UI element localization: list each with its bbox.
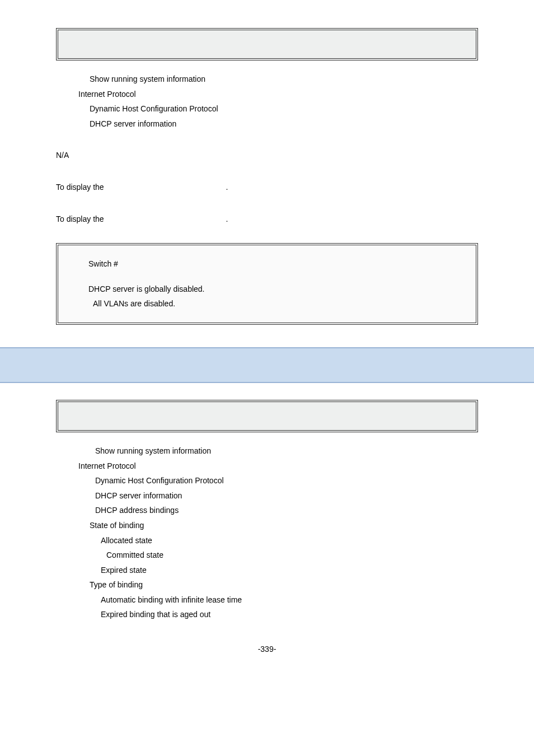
tree2-expired-type: Expired binding that is aged out (56, 607, 478, 622)
command-tree-2: Show running system information Internet… (56, 444, 478, 622)
output-prompt: Switch # (72, 256, 462, 272)
tree1-server: DHCP server information (56, 116, 478, 132)
page-footer: -339- (56, 645, 478, 654)
tree2-show: Show running system information (56, 444, 478, 459)
syntax-box-2 (56, 400, 478, 432)
tree2-server: DHCP server information (56, 488, 478, 503)
tree1-ip: Internet Protocol (56, 87, 478, 102)
tree1-dhcp: Dynamic Host Configuration Protocol (56, 101, 478, 116)
example-line: To display the . (56, 212, 478, 227)
tree2-committed: Committed state (56, 548, 478, 563)
syntax-box-1 (56, 28, 478, 60)
tree2-allocated: Allocated state (56, 533, 478, 548)
output-line1: DHCP server is globally disabled. (72, 282, 462, 297)
example-period: . (226, 214, 228, 223)
page-container: Show running system information Internet… (0, 0, 534, 676)
na-line: N/A (56, 148, 478, 163)
example-prefix: To display the (56, 214, 104, 223)
tree2-state: State of binding (56, 518, 478, 533)
na-text: N/A (56, 151, 69, 160)
output-box-1: Switch # DHCP server is globally disable… (56, 243, 478, 325)
tree2-type: Type of binding (56, 577, 478, 592)
page-number: -339- (258, 645, 277, 654)
tree2-expired-state: Expired state (56, 563, 478, 578)
desc-prefix: To display the (56, 183, 104, 192)
tree1-show: Show running system information (56, 72, 478, 87)
desc-period: . (226, 183, 228, 192)
description-line: To display the . (56, 180, 478, 195)
section-banner (0, 347, 534, 383)
command-tree-1: Show running system information Internet… (56, 72, 478, 131)
tree2-bindings: DHCP address bindings (56, 503, 478, 518)
output-line2: All VLANs are disabled. (72, 296, 462, 311)
tree2-ip: Internet Protocol (56, 459, 478, 474)
tree2-dhcp: Dynamic Host Configuration Protocol (56, 473, 478, 488)
tree2-automatic: Automatic binding with infinite lease ti… (56, 592, 478, 608)
